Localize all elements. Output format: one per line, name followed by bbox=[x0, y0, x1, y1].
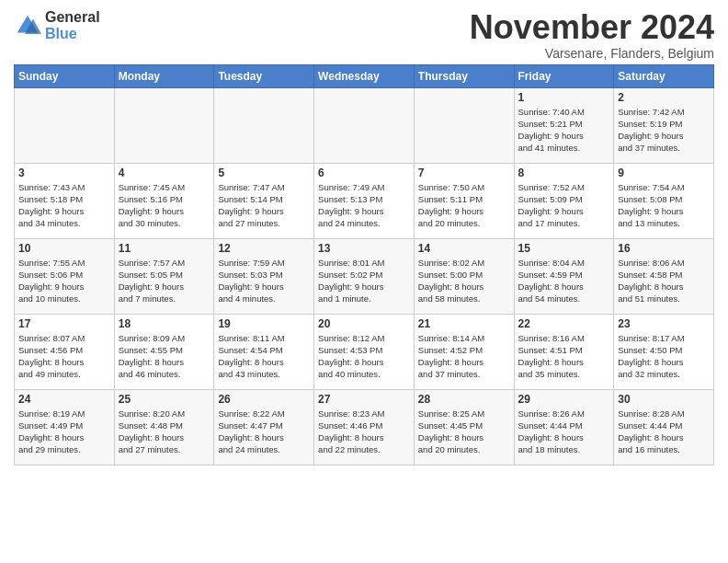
day-number: 30 bbox=[618, 393, 710, 406]
cell-2-1: 11Sunrise: 7:57 AMSunset: 5:05 PMDayligh… bbox=[114, 238, 214, 314]
cell-3-2: 19Sunrise: 8:11 AMSunset: 4:54 PMDayligh… bbox=[214, 314, 314, 389]
month-title: November 2024 bbox=[470, 9, 714, 46]
week-row-3: 10Sunrise: 7:55 AMSunset: 5:06 PMDayligh… bbox=[15, 238, 714, 314]
day-number: 20 bbox=[318, 317, 410, 330]
cell-1-4: 7Sunrise: 7:50 AMSunset: 5:11 PMDaylight… bbox=[414, 163, 514, 238]
cell-2-6: 16Sunrise: 8:06 AMSunset: 4:58 PMDayligh… bbox=[614, 238, 714, 314]
cell-1-5: 8Sunrise: 7:52 AMSunset: 5:09 PMDaylight… bbox=[514, 163, 614, 238]
col-monday: Monday bbox=[114, 64, 214, 87]
day-number: 13 bbox=[318, 242, 410, 255]
week-row-5: 24Sunrise: 8:19 AMSunset: 4:49 PMDayligh… bbox=[15, 389, 714, 465]
col-thursday: Thursday bbox=[414, 64, 514, 87]
day-info: Sunrise: 7:42 AMSunset: 5:19 PMDaylight:… bbox=[618, 106, 710, 155]
cell-4-2: 26Sunrise: 8:22 AMSunset: 4:47 PMDayligh… bbox=[214, 389, 314, 465]
main-container: General Blue November 2024 Varsenare, Fl… bbox=[0, 0, 728, 470]
cell-2-4: 14Sunrise: 8:02 AMSunset: 5:00 PMDayligh… bbox=[414, 238, 514, 314]
cell-1-3: 6Sunrise: 7:49 AMSunset: 5:13 PMDaylight… bbox=[314, 163, 415, 238]
header: General Blue November 2024 Varsenare, Fl… bbox=[14, 9, 714, 61]
logo-blue-text: Blue bbox=[45, 26, 100, 42]
cell-1-2: 5Sunrise: 7:47 AMSunset: 5:14 PMDaylight… bbox=[214, 163, 314, 238]
cell-0-0 bbox=[15, 87, 115, 163]
cell-3-3: 20Sunrise: 8:12 AMSunset: 4:53 PMDayligh… bbox=[314, 314, 415, 389]
day-info: Sunrise: 8:11 AMSunset: 4:54 PMDaylight:… bbox=[218, 332, 310, 381]
cell-3-4: 21Sunrise: 8:14 AMSunset: 4:52 PMDayligh… bbox=[414, 314, 514, 389]
cell-4-0: 24Sunrise: 8:19 AMSunset: 4:49 PMDayligh… bbox=[15, 389, 115, 465]
day-number: 4 bbox=[119, 167, 210, 179]
day-info: Sunrise: 7:40 AMSunset: 5:21 PMDaylight:… bbox=[518, 106, 610, 155]
cell-4-4: 28Sunrise: 8:25 AMSunset: 4:45 PMDayligh… bbox=[414, 389, 514, 465]
day-number: 28 bbox=[418, 393, 510, 406]
day-number: 12 bbox=[218, 242, 310, 255]
day-info: Sunrise: 8:16 AMSunset: 4:51 PMDaylight:… bbox=[518, 332, 610, 381]
day-info: Sunrise: 7:57 AMSunset: 5:05 PMDaylight:… bbox=[119, 257, 210, 305]
col-sunday: Sunday bbox=[15, 64, 115, 87]
day-info: Sunrise: 7:54 AMSunset: 5:08 PMDaylight:… bbox=[618, 181, 710, 230]
cell-2-0: 10Sunrise: 7:55 AMSunset: 5:06 PMDayligh… bbox=[15, 238, 115, 314]
cell-0-1 bbox=[114, 87, 214, 163]
day-info: Sunrise: 8:07 AMSunset: 4:56 PMDaylight:… bbox=[18, 332, 110, 381]
day-number: 25 bbox=[119, 393, 210, 406]
day-number: 22 bbox=[518, 317, 610, 330]
cell-1-1: 4Sunrise: 7:45 AMSunset: 5:16 PMDaylight… bbox=[114, 163, 214, 238]
calendar-table: Sunday Monday Tuesday Wednesday Thursday… bbox=[14, 64, 714, 465]
day-info: Sunrise: 7:59 AMSunset: 5:03 PMDaylight:… bbox=[218, 257, 310, 305]
day-info: Sunrise: 7:50 AMSunset: 5:11 PMDaylight:… bbox=[418, 181, 510, 230]
cell-1-0: 3Sunrise: 7:43 AMSunset: 5:18 PMDaylight… bbox=[15, 163, 115, 238]
day-number: 2 bbox=[618, 91, 710, 104]
cell-0-2 bbox=[214, 87, 314, 163]
day-number: 8 bbox=[518, 167, 610, 179]
day-info: Sunrise: 8:14 AMSunset: 4:52 PMDaylight:… bbox=[418, 332, 510, 381]
day-number: 18 bbox=[119, 317, 210, 330]
logo-icon bbox=[14, 12, 41, 40]
day-info: Sunrise: 8:23 AMSunset: 4:46 PMDaylight:… bbox=[318, 408, 410, 456]
day-number: 6 bbox=[318, 167, 410, 179]
day-number: 26 bbox=[218, 393, 310, 406]
day-info: Sunrise: 8:09 AMSunset: 4:55 PMDaylight:… bbox=[119, 332, 210, 381]
day-number: 23 bbox=[618, 317, 710, 330]
day-info: Sunrise: 7:49 AMSunset: 5:13 PMDaylight:… bbox=[318, 181, 410, 230]
col-tuesday: Tuesday bbox=[214, 64, 314, 87]
day-info: Sunrise: 8:12 AMSunset: 4:53 PMDaylight:… bbox=[318, 332, 410, 381]
day-number: 17 bbox=[18, 317, 110, 330]
day-number: 19 bbox=[218, 317, 310, 330]
calendar-header: Sunday Monday Tuesday Wednesday Thursday… bbox=[15, 64, 714, 87]
day-info: Sunrise: 7:43 AMSunset: 5:18 PMDaylight:… bbox=[18, 181, 110, 230]
day-number: 21 bbox=[418, 317, 510, 330]
header-row: Sunday Monday Tuesday Wednesday Thursday… bbox=[15, 64, 714, 87]
cell-3-1: 18Sunrise: 8:09 AMSunset: 4:55 PMDayligh… bbox=[114, 314, 214, 389]
day-number: 11 bbox=[119, 242, 210, 255]
cell-2-5: 15Sunrise: 8:04 AMSunset: 4:59 PMDayligh… bbox=[514, 238, 614, 314]
day-info: Sunrise: 8:19 AMSunset: 4:49 PMDaylight:… bbox=[18, 408, 110, 456]
day-number: 24 bbox=[18, 393, 110, 406]
day-number: 27 bbox=[318, 393, 410, 406]
cell-0-6: 2Sunrise: 7:42 AMSunset: 5:19 PMDaylight… bbox=[614, 87, 714, 163]
cell-0-3 bbox=[314, 87, 415, 163]
week-row-1: 1Sunrise: 7:40 AMSunset: 5:21 PMDaylight… bbox=[15, 87, 714, 163]
cell-3-5: 22Sunrise: 8:16 AMSunset: 4:51 PMDayligh… bbox=[514, 314, 614, 389]
col-wednesday: Wednesday bbox=[314, 64, 415, 87]
cell-3-0: 17Sunrise: 8:07 AMSunset: 4:56 PMDayligh… bbox=[15, 314, 115, 389]
cell-3-6: 23Sunrise: 8:17 AMSunset: 4:50 PMDayligh… bbox=[614, 314, 714, 389]
logo-general-text: General bbox=[45, 9, 100, 26]
logo: General Blue bbox=[14, 9, 100, 41]
day-number: 9 bbox=[618, 167, 710, 179]
cell-0-5: 1Sunrise: 7:40 AMSunset: 5:21 PMDaylight… bbox=[514, 87, 614, 163]
day-info: Sunrise: 8:26 AMSunset: 4:44 PMDaylight:… bbox=[518, 408, 610, 456]
day-info: Sunrise: 8:25 AMSunset: 4:45 PMDaylight:… bbox=[418, 408, 510, 456]
day-info: Sunrise: 8:17 AMSunset: 4:50 PMDaylight:… bbox=[618, 332, 710, 381]
day-number: 14 bbox=[418, 242, 510, 255]
day-number: 5 bbox=[218, 167, 310, 179]
day-info: Sunrise: 8:20 AMSunset: 4:48 PMDaylight:… bbox=[119, 408, 210, 456]
day-info: Sunrise: 8:06 AMSunset: 4:58 PMDaylight:… bbox=[618, 257, 710, 305]
day-info: Sunrise: 7:45 AMSunset: 5:16 PMDaylight:… bbox=[119, 181, 210, 230]
day-info: Sunrise: 8:02 AMSunset: 5:00 PMDaylight:… bbox=[418, 257, 510, 305]
day-info: Sunrise: 7:47 AMSunset: 5:14 PMDaylight:… bbox=[218, 181, 310, 230]
day-number: 1 bbox=[518, 91, 610, 104]
cell-4-6: 30Sunrise: 8:28 AMSunset: 4:44 PMDayligh… bbox=[614, 389, 714, 465]
cell-2-2: 12Sunrise: 7:59 AMSunset: 5:03 PMDayligh… bbox=[214, 238, 314, 314]
cell-4-1: 25Sunrise: 8:20 AMSunset: 4:48 PMDayligh… bbox=[114, 389, 214, 465]
day-number: 7 bbox=[418, 167, 510, 179]
day-info: Sunrise: 8:28 AMSunset: 4:44 PMDaylight:… bbox=[618, 408, 710, 456]
week-row-4: 17Sunrise: 8:07 AMSunset: 4:56 PMDayligh… bbox=[15, 314, 714, 389]
cell-4-5: 29Sunrise: 8:26 AMSunset: 4:44 PMDayligh… bbox=[514, 389, 614, 465]
